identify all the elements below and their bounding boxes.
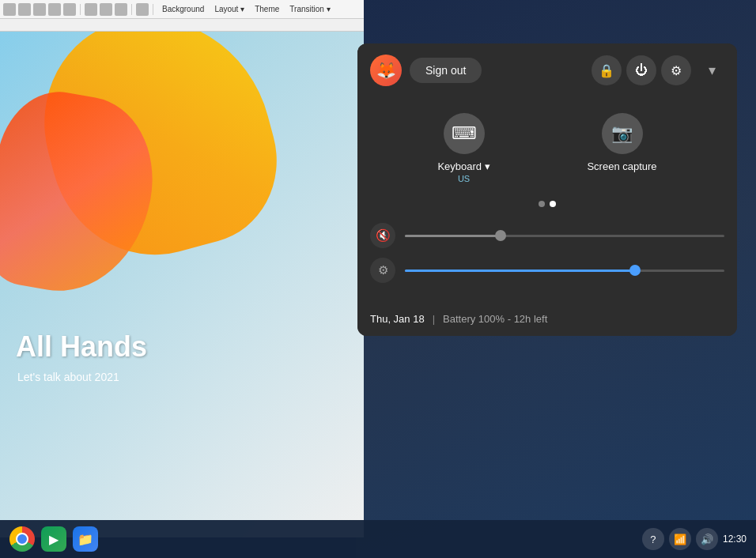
info-separator: | [433, 313, 435, 325]
taskbar-apps: ▶ 📁 [9, 526, 98, 552]
screen-capture-label: Screen capture [587, 160, 656, 172]
brightness-slider-row: ⚙ [370, 258, 724, 283]
brightness-icon[interactable]: ⚙ [370, 258, 395, 283]
question-icon[interactable]: ? [642, 528, 664, 550]
keyboard-tile[interactable]: ⌨ Keyboard ▾ US [437, 113, 490, 183]
volume-slider-row: 🔇 [370, 223, 724, 248]
brightness-fill [405, 270, 635, 272]
brightness-thumb[interactable] [629, 265, 641, 276]
chrome-icon[interactable] [9, 526, 35, 552]
play-store-icon[interactable]: ▶ [41, 526, 66, 552]
dot-1[interactable] [539, 201, 545, 207]
settings-button[interactable]: ⚙ [661, 55, 691, 85]
toolbar-icon-2 [18, 3, 31, 16]
sign-out-button[interactable]: Sign out [410, 58, 482, 83]
brightness-track[interactable] [405, 270, 724, 272]
panel-header: 🦊 Sign out 🔒 ⏻ ⚙ ▾ [357, 43, 737, 97]
toolbar-icon-8 [115, 3, 127, 16]
app-ruler [0, 19, 364, 32]
toolbar-icon-3 [33, 3, 46, 16]
date-text: Thu, Jan 18 [370, 313, 425, 325]
clock: 12:30 [723, 533, 747, 545]
page-dots [357, 191, 737, 217]
power-button[interactable]: ⏻ [626, 55, 656, 85]
battery-text: Battery 100% - 12h left [443, 313, 547, 325]
toolbar-icon-4 [48, 3, 61, 16]
mute-icon[interactable]: 🔇 [370, 223, 395, 248]
header-icons: 🔒 ⏻ ⚙ [592, 55, 691, 85]
screen-capture-tile[interactable]: 📷 Screen capture [587, 113, 656, 172]
user-avatar[interactable]: 🦊 [370, 55, 402, 86]
taskbar-system: ? 📶 🔊 12:30 [642, 528, 747, 550]
toolbar-icon-7 [100, 3, 112, 16]
screen-capture-icon: 📷 [602, 113, 643, 154]
keyboard-sublabel: US [458, 174, 470, 183]
wifi-icon[interactable]: 📶 [669, 528, 691, 550]
theme-button[interactable]: Theme [250, 4, 284, 14]
collapse-button[interactable]: ▾ [699, 58, 724, 83]
info-row: Thu, Jan 18 | Battery 100% - 12h left [357, 305, 737, 336]
toolbar-divider-3 [153, 4, 153, 15]
toolbar-icon-6 [85, 3, 97, 16]
toolbar-divider-2 [131, 4, 132, 15]
toolbar-divider-1 [80, 4, 81, 15]
app-toolbar: Background Layout ▾ Theme Transition ▾ [0, 0, 364, 19]
layout-button[interactable]: Layout ▾ [211, 4, 248, 14]
slide-subtitle: Let's talk about 2021 [17, 371, 119, 383]
toolbar-icon-1 [3, 3, 16, 16]
keyboard-icon: ⌨ [444, 113, 485, 154]
panel-tiles: ⌨ Keyboard ▾ US 📷 Screen capture [357, 97, 737, 191]
slide-title: All Hands [16, 330, 147, 364]
volume-track[interactable] [405, 235, 724, 237]
slide-canvas[interactable]: All Hands Let's talk about 2021 [0, 32, 364, 537]
lock-button[interactable]: 🔒 [592, 55, 622, 85]
quick-settings-panel: 🦊 Sign out 🔒 ⏻ ⚙ ▾ ⌨ Keyboard ▾ US 📷 Scr… [357, 43, 737, 336]
background-button[interactable]: Background [157, 4, 209, 14]
toolbar-icon-5 [63, 3, 76, 16]
volume-fill [405, 235, 501, 237]
transition-button[interactable]: Transition ▾ [286, 4, 333, 14]
keyboard-label: Keyboard ▾ [437, 160, 490, 172]
volume-thumb[interactable] [495, 230, 506, 241]
toolbar-icon-9 [136, 3, 149, 16]
sliders-area: 🔇 ⚙ [357, 217, 737, 305]
files-icon[interactable]: 📁 [73, 526, 98, 552]
taskbar: ▶ 📁 ? 📶 🔊 12:30 [0, 520, 756, 558]
dot-2[interactable] [550, 201, 556, 207]
volume-icon[interactable]: 🔊 [696, 528, 718, 550]
